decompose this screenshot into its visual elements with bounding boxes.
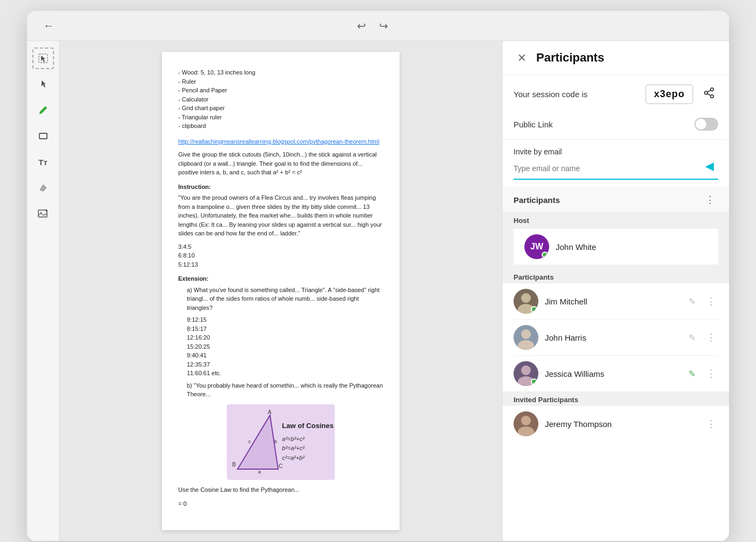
panel-title: Participants bbox=[536, 51, 604, 65]
jessica-more-button[interactable]: ⋮ bbox=[704, 367, 718, 381]
host-label: Host bbox=[514, 216, 718, 225]
list-item: Grid chart paper bbox=[178, 104, 383, 113]
svg-rect-3 bbox=[38, 210, 47, 217]
undo-button[interactable]: ↩ bbox=[354, 16, 369, 36]
close-panel-button[interactable]: ✕ bbox=[514, 50, 530, 66]
participant-name-jessica: Jessica Williams bbox=[545, 369, 682, 378]
top-bar-left: ← bbox=[38, 16, 59, 35]
text-tool-button[interactable]: Tт bbox=[32, 151, 54, 173]
public-link-toggle[interactable] bbox=[694, 118, 718, 131]
svg-point-27 bbox=[521, 416, 531, 425]
jim-edit-icon: ✎ bbox=[688, 296, 696, 307]
image-tool-button[interactable] bbox=[32, 203, 54, 225]
svg-text:a: a bbox=[258, 469, 261, 475]
svg-point-16 bbox=[705, 91, 708, 94]
instruction-title: Instruction: bbox=[178, 182, 383, 192]
participant-row-harris: John Harris ✎ ⋮ bbox=[503, 320, 729, 355]
invite-input[interactable] bbox=[514, 162, 701, 175]
participants-group: Participants Jim Mitchell ✎ ⋮ bbox=[503, 269, 729, 391]
eraser-tool-button[interactable] bbox=[32, 177, 54, 199]
host-avatar: JW bbox=[524, 234, 549, 259]
svg-point-28 bbox=[518, 426, 534, 436]
list-item: Wood: 5, 10, 13 inches long bbox=[178, 68, 383, 77]
svg-text:B: B bbox=[232, 462, 236, 468]
participant-avatar-jim bbox=[514, 289, 538, 314]
left-toolbar: Tт bbox=[27, 41, 59, 541]
harris-edit-icon: ✎ bbox=[688, 333, 696, 343]
extension-list: 9:12:15 8:15:17 12:16:20 15:20:25 9:40:4… bbox=[187, 315, 383, 378]
svg-text:c: c bbox=[248, 439, 251, 444]
svg-text:C: C bbox=[279, 463, 282, 469]
extension-content: a) What you've found is something called… bbox=[187, 286, 383, 399]
svg-point-15 bbox=[711, 88, 714, 91]
invited-section-label: Invited Participants bbox=[503, 391, 729, 406]
select-tool-button[interactable] bbox=[32, 48, 54, 69]
jeremy-more-button[interactable]: ⋮ bbox=[704, 417, 718, 431]
list-item: clipboard bbox=[178, 121, 383, 131]
top-bar-center: ↩ ↪ bbox=[354, 16, 392, 36]
back-button[interactable]: ← bbox=[38, 16, 59, 35]
svg-marker-7 bbox=[238, 415, 278, 469]
right-panel: ✕ Participants Your session code is x3ep… bbox=[502, 41, 729, 541]
svg-marker-20 bbox=[705, 162, 714, 171]
app-window: ← ↩ ↪ bbox=[27, 11, 729, 541]
participants-more-button[interactable]: ⋮ bbox=[702, 193, 718, 207]
session-code: x3epo bbox=[645, 84, 693, 104]
panel-header: ✕ Participants bbox=[503, 41, 729, 75]
svg-rect-2 bbox=[39, 133, 47, 139]
pointer-tool-button[interactable] bbox=[32, 73, 54, 95]
invited-avatar-jeremy bbox=[514, 411, 538, 436]
law-cosines-diagram: B A C c b a bbox=[227, 404, 335, 480]
svg-point-25 bbox=[521, 365, 531, 375]
harris-more-button[interactable]: ⋮ bbox=[704, 330, 718, 344]
extension-title: Extension: bbox=[178, 274, 383, 283]
law-cosines-box: B A C c b a Law of Cosines a²=b²+c² b²=a… bbox=[227, 404, 335, 480]
redo-button[interactable]: ↪ bbox=[376, 16, 392, 36]
jim-more-button[interactable]: ⋮ bbox=[704, 294, 718, 308]
svg-text:b: b bbox=[274, 439, 277, 444]
participant-row-jim: Jim Mitchell ✎ ⋮ bbox=[503, 283, 729, 319]
panel-body: Your session code is x3epo Pu bbox=[503, 75, 729, 541]
doc-bottom-text2: = 0 bbox=[178, 499, 383, 509]
host-online-dot bbox=[542, 252, 548, 258]
svg-point-23 bbox=[521, 329, 531, 339]
send-invite-button[interactable] bbox=[701, 160, 718, 177]
main-area: Tт Wood: 5, 10, 13 in bbox=[27, 41, 729, 541]
participants-header-label: Participants bbox=[514, 195, 702, 205]
host-person-row: JW John White bbox=[514, 229, 718, 265]
document-body: Give the group the stick cutouts (5inch,… bbox=[178, 150, 383, 177]
participant-name-jim: Jim Mitchell bbox=[545, 297, 682, 306]
participant-name-harris: John Harris bbox=[545, 333, 682, 342]
svg-point-24 bbox=[518, 340, 534, 350]
invited-name-jeremy: Jeremy Thompson bbox=[545, 419, 698, 429]
share-button[interactable] bbox=[700, 84, 718, 105]
participants-group-label: Participants bbox=[503, 269, 729, 283]
top-bar: ← ↩ ↪ bbox=[27, 11, 729, 41]
svg-marker-1 bbox=[41, 56, 45, 62]
public-link-row: Public Link bbox=[503, 113, 729, 140]
triples: 3:4:5 6:8:10 5:12:13 bbox=[178, 242, 383, 269]
invited-section: Invited Participants Jeremy Thompson ⋮ bbox=[503, 391, 729, 442]
svg-line-18 bbox=[707, 93, 711, 96]
document-link[interactable]: http://realtachingmeansreallearning.blog… bbox=[178, 137, 383, 146]
svg-point-21 bbox=[521, 293, 531, 303]
public-link-label: Public Link bbox=[514, 120, 688, 129]
jessica-edit-icon: ✎ bbox=[688, 369, 696, 379]
svg-point-17 bbox=[711, 95, 714, 98]
session-label: Your session code is bbox=[514, 90, 639, 99]
content-area: Wood: 5, 10, 13 inches long Ruler Pencil… bbox=[59, 41, 502, 541]
invited-row-jeremy: Jeremy Thompson ⋮ bbox=[503, 406, 729, 442]
session-row: Your session code is x3epo bbox=[503, 75, 729, 113]
list-item: Pencil and Paper bbox=[178, 86, 383, 95]
invite-section: Invite by email bbox=[503, 140, 729, 180]
doc-bottom-text: Use the Cosine Law to find the Pythagore… bbox=[178, 485, 383, 494]
materials-list: Wood: 5, 10, 13 inches long Ruler Pencil… bbox=[178, 68, 383, 131]
pen-tool-button[interactable] bbox=[32, 99, 54, 121]
list-item: Ruler bbox=[178, 77, 383, 86]
rectangle-tool-button[interactable] bbox=[32, 125, 54, 147]
host-name: John White bbox=[556, 242, 707, 252]
instruction-text: "You are the proud owners of a Flea Circ… bbox=[178, 193, 383, 238]
invite-label: Invite by email bbox=[514, 147, 718, 156]
list-item: Triangular ruler bbox=[178, 113, 383, 122]
host-section: Host JW John White bbox=[503, 212, 729, 269]
